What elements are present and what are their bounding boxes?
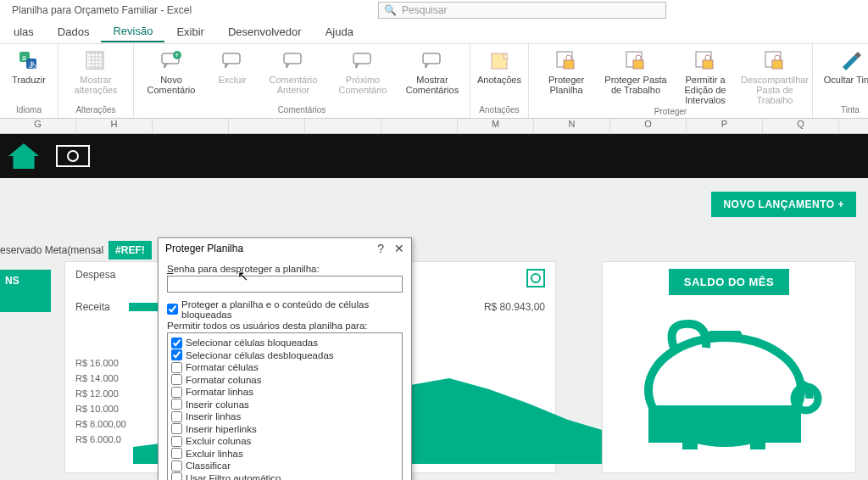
tab-desenvolvedor[interactable]: Desenvolvedor [216, 22, 314, 42]
svg-rect-14 [564, 60, 574, 69]
svg-rect-25 [682, 439, 698, 449]
svg-rect-23 [708, 331, 742, 338]
search-input[interactable]: 🔍 Pesquisar [378, 2, 666, 19]
app-title: Planilha para Orçameto Familiar - Excel [12, 4, 192, 16]
close-icon[interactable]: ✕ [394, 242, 404, 255]
perm-selecionar-c-lulas-desbloqueadas[interactable]: Selecionar células desbloqueadas [171, 349, 398, 360]
dialog-title: Proteger Planilha [165, 243, 243, 254]
translate-icon: aあ [17, 49, 41, 73]
ribbon-descompartilhar-pasta-de-trabalho: Descompartilhar Pasta de Trabalho [741, 47, 809, 107]
comment-icon [281, 49, 305, 73]
saldo-title: SALDO DO MÊS [669, 269, 789, 295]
svg-rect-26 [750, 439, 765, 449]
group-label: Anotações [479, 105, 519, 116]
ribbon-novo-comentário[interactable]: +Novo Comentário [137, 47, 205, 97]
note-icon [487, 49, 511, 73]
y-tick: R$ 10.000 [75, 401, 126, 416]
allow-users-label: Permitir todos os usuários desta planilh… [167, 321, 403, 331]
group-label: Proteger [654, 107, 687, 118]
col-blank [229, 119, 305, 133]
perm-formatar-linhas[interactable]: Formatar linhas [171, 387, 398, 398]
ribbon-ocultar-tinta[interactable]: Ocultar Tinta [816, 47, 868, 87]
ribbon-mostrar-comentários[interactable]: Mostrar Comentários [398, 47, 466, 97]
perm-inserir-colunas[interactable]: Inserir colunas [171, 399, 398, 410]
perm-selecionar-c-lulas-bloqueadas[interactable]: Selecionar células bloqueadas [171, 338, 398, 349]
col-P[interactable]: P [687, 119, 763, 133]
tab-dados[interactable]: Dados [46, 22, 102, 42]
col-G[interactable]: G [0, 119, 76, 133]
tab-revisão[interactable]: Revisão [101, 21, 164, 42]
dashboard-header [0, 134, 868, 178]
worksheet-area: NOVO LANÇAMENTO + eservado Meta(mensal #… [0, 134, 868, 480]
lock-icon [554, 49, 578, 73]
password-input[interactable] [167, 276, 403, 293]
svg-rect-18 [703, 60, 713, 69]
comment-icon [351, 49, 375, 73]
ribbon-anotações[interactable]: Anotações [474, 47, 525, 87]
perm-excluir-colunas[interactable]: Excluir colunas [171, 436, 398, 447]
meta-label: eservado Meta(mensal [0, 244, 103, 256]
ribbon-proteger-planilha[interactable]: Proteger Planilha [532, 47, 600, 107]
col-blank [381, 119, 458, 133]
svg-text:a: a [22, 53, 26, 62]
search-placeholder: Pesquisar [402, 4, 447, 16]
novo-lancamento-button[interactable]: NOVO LANÇAMENTO + [711, 192, 856, 217]
ns-card: NS [0, 270, 51, 312]
tab-exibir[interactable]: Exibir [164, 22, 216, 42]
ribbon-traduzir[interactable]: aあTraduzir [3, 47, 54, 87]
password-label: Senha para despro​teger a planilha: [167, 264, 403, 274]
group-label: Comentários [278, 105, 326, 116]
col-Q[interactable]: Q [763, 119, 839, 133]
receita-label: Receita [75, 301, 110, 313]
ref-error-tag: #REF! [108, 241, 152, 260]
saldo-card: SALDO DO MÊS [602, 261, 856, 473]
ribbon-permitir-a-edição-de-intervalos[interactable]: Permitir a Edição de Intervalos [671, 47, 739, 107]
ribbon-próximo-comentário: Próximo Comentário [329, 47, 397, 97]
tab-ajuda[interactable]: Ajuda [314, 22, 365, 42]
help-icon[interactable]: ? [377, 242, 384, 255]
y-tick: R$ 12.000 [75, 386, 126, 401]
col-N[interactable]: N [534, 119, 610, 133]
ribbon-proteger-pasta-de-trabalho[interactable]: Proteger Pasta de Trabalho [602, 47, 670, 107]
svg-rect-16 [633, 60, 643, 69]
perm-classificar[interactable]: Classificar [171, 460, 398, 472]
pen-icon [838, 49, 862, 73]
col-M[interactable]: M [458, 119, 534, 133]
protect-sheet-dialog: Proteger Planilha ? ✕ Senha para despro​… [158, 237, 412, 480]
perm-inserir-linhas[interactable]: Inserir linhas [171, 411, 398, 422]
y-tick: R$ 8.000,00 [75, 416, 126, 432]
perm-formatar-c-lulas[interactable]: Formatar células [171, 362, 398, 373]
svg-rect-8 [223, 53, 240, 64]
ribbon-comentário-anterior: Comentário Anterior [259, 47, 327, 97]
meta-row: eservado Meta(mensal #REF! [0, 241, 152, 260]
ribbon-tabs: ulasDadosRevisãoExibirDesenvolvedorAjuda [0, 20, 868, 44]
piggy-bank-icon [632, 305, 826, 449]
svg-rect-20 [772, 60, 782, 69]
column-headers: GHMNOPQRST [0, 119, 868, 134]
cash-icon [56, 145, 90, 167]
lock-icon [763, 49, 787, 73]
col-R[interactable]: R [839, 119, 868, 133]
perm-excluir-linhas[interactable]: Excluir linhas [171, 448, 398, 459]
col-H[interactable]: H [76, 119, 153, 133]
changes-icon [84, 49, 108, 73]
tab-ulas[interactable]: ulas [2, 22, 46, 42]
search-icon: 🔍 [384, 4, 397, 16]
perm-inserir-hiperlinks[interactable]: Inserir hiperlinks [171, 423, 398, 434]
title-bar: Planilha para Orçameto Familiar - Excel … [0, 0, 868, 20]
permissions-list[interactable]: Selecionar células bloqueadasSelecionar … [167, 332, 403, 480]
perm-usar-filtro-autom-tico[interactable]: Usar Filtro automático [171, 472, 398, 480]
col-blank [153, 119, 229, 133]
y-tick: R$ 16.000 [75, 355, 126, 371]
house-icon [8, 143, 39, 169]
svg-rect-10 [353, 53, 370, 64]
ribbon: aあTraduzirIdiomaMostrar alteraçõesAltera… [0, 44, 868, 119]
perm-formatar-colunas[interactable]: Formatar colunas [171, 374, 398, 385]
svg-rect-11 [423, 53, 440, 64]
protect-content-checkbox[interactable]: Proteger a planilha e o conteúdo de célu… [167, 299, 403, 320]
dialog-titlebar[interactable]: Proteger Planilha ? ✕ [159, 238, 411, 259]
y-tick: R$ 6.000,0 [75, 432, 126, 447]
comment-icon [420, 49, 444, 73]
despesa-label: Despesa [75, 269, 115, 287]
col-O[interactable]: O [610, 119, 687, 133]
